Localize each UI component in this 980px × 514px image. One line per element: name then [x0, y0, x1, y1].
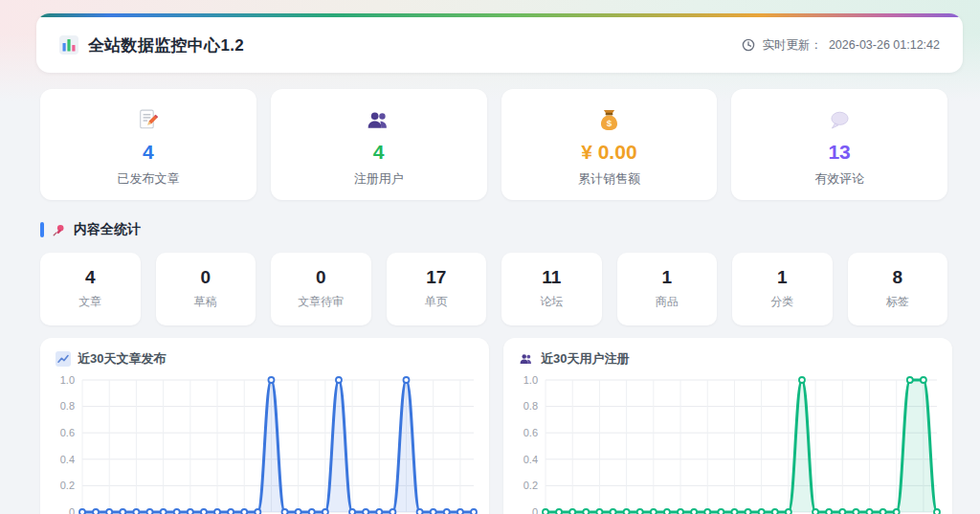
mini-label: 商品: [656, 294, 679, 310]
mini-card-single-pages: 17 单页: [387, 253, 487, 325]
chart-card-articles-30d: 近30天文章发布 1.00.80.60.40.20: [40, 338, 489, 514]
mini-stats-row: 4 文章 0 草稿 0 文章待审 17 单页 11 论坛 1 商品 1 分类 8: [40, 253, 947, 325]
stat-label: 累计销售额: [578, 170, 640, 188]
clock-icon: [742, 38, 755, 52]
mini-card-pending-review: 0 文章待审: [271, 253, 371, 325]
stat-card-registered-users: 4 注册用户: [271, 89, 487, 200]
mini-card-articles: 4 文章: [40, 253, 141, 325]
mini-value: 1: [661, 268, 672, 286]
stat-label: 注册用户: [354, 170, 404, 188]
mini-label: 文章待审: [298, 294, 344, 310]
bar-chart-icon: [59, 35, 78, 55]
stat-card-published-articles: 4 已发布文章: [40, 89, 256, 200]
svg-text:$: $: [607, 118, 612, 128]
mini-label: 文章: [78, 294, 101, 310]
content-stats-section-heading: 内容全统计: [40, 220, 947, 239]
svg-text:1.0: 1.0: [60, 374, 75, 386]
users-icon: [519, 351, 534, 367]
svg-text:0.4: 0.4: [60, 454, 75, 465]
mini-card-products: 1 商品: [617, 253, 718, 325]
chart-title: 近30天文章发布: [78, 350, 166, 368]
mini-label: 草稿: [194, 294, 217, 310]
svg-text:0.8: 0.8: [60, 400, 75, 412]
mini-card-drafts: 0 草稿: [156, 253, 256, 325]
stat-card-total-sales: $ ¥ 0.00 累计销售额: [501, 89, 718, 200]
pin-icon: [52, 223, 66, 237]
update-label: 实时更新：: [762, 37, 822, 54]
svg-text:0: 0: [532, 506, 538, 514]
stat-label: 已发布文章: [117, 170, 179, 188]
articles-line-chart[interactable]: 1.00.80.60.40.20: [50, 372, 479, 514]
svg-text:0: 0: [69, 506, 75, 514]
svg-text:1.0: 1.0: [523, 374, 538, 386]
svg-text:0.6: 0.6: [523, 427, 538, 438]
charts-row: 近30天文章发布 1.00.80.60.40.20 近30天用户注册 1.00.…: [40, 338, 947, 514]
mini-label: 论坛: [540, 294, 563, 310]
realtime-update: 实时更新： 2026-03-26 01:12:42: [742, 37, 940, 54]
mini-value: 1: [777, 268, 788, 286]
header-card: 全站数据监控中心1.2 实时更新： 2026-03-26 01:12:42: [36, 13, 963, 73]
line-chart-icon: [56, 351, 71, 367]
chart-title: 近30天用户注册: [541, 350, 629, 368]
svg-text:0.6: 0.6: [60, 427, 75, 438]
mini-value: 11: [542, 268, 561, 286]
stat-value: ¥ 0.00: [581, 142, 636, 162]
mini-card-categories: 1 分类: [732, 253, 833, 325]
stat-label: 有效评论: [814, 170, 864, 188]
svg-text:0.8: 0.8: [523, 400, 538, 412]
mini-label: 分类: [770, 294, 793, 310]
svg-text:0.4: 0.4: [523, 454, 538, 465]
users-line-chart[interactable]: 1.00.80.60.40.20: [513, 372, 943, 514]
mini-value: 17: [426, 268, 446, 286]
svg-text:0.2: 0.2: [523, 480, 538, 491]
mini-value: 0: [200, 268, 211, 286]
stat-card-valid-comments: 13 有效评论: [731, 89, 947, 200]
memo-icon: [135, 106, 161, 135]
section-accent-bar: [40, 222, 44, 237]
stat-value: 13: [828, 142, 850, 162]
page-title: 全站数据监控中心1.2: [88, 34, 244, 56]
update-timestamp: 2026-03-26 01:12:42: [829, 38, 940, 52]
svg-text:0.2: 0.2: [60, 480, 75, 491]
section-title: 内容全统计: [74, 221, 141, 238]
speech-bubble-icon: [827, 106, 852, 135]
stats-row: 4 已发布文章 4 注册用户 $: [40, 89, 947, 200]
moneybag-icon: $: [596, 106, 622, 135]
stat-value: 4: [373, 142, 385, 162]
users-icon: [366, 106, 391, 135]
dashboard: 全站数据监控中心1.2 实时更新： 2026-03-26 01:12:42: [36, 13, 963, 514]
mini-card-tags: 8 标签: [848, 253, 948, 325]
chart-card-users-30d: 近30天用户注册 1.00.80.60.40.20: [503, 338, 952, 514]
mini-value: 8: [892, 268, 902, 286]
mini-card-forum: 11 论坛: [501, 253, 602, 325]
mini-value: 0: [316, 268, 326, 286]
mini-label: 标签: [886, 294, 909, 310]
stat-value: 4: [143, 142, 154, 162]
mini-label: 单页: [425, 294, 448, 310]
mini-value: 4: [85, 268, 96, 286]
